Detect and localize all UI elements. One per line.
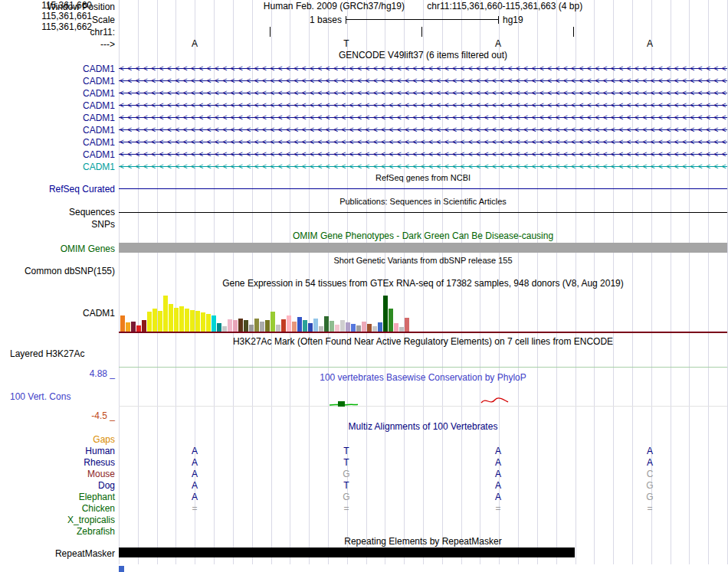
phylop-track-label[interactable]: 100 Vert. Cons [10, 391, 71, 402]
gtex-expression-bar[interactable] [330, 321, 334, 332]
gtex-expression-bar[interactable] [260, 322, 264, 332]
species-label[interactable]: Gaps [0, 434, 115, 445]
species-label[interactable]: Elephant [0, 492, 115, 502]
gene-label[interactable]: CADM1 [0, 162, 115, 172]
gtex-expression-bar[interactable] [238, 319, 243, 332]
gtex-expression-bar[interactable] [158, 311, 162, 332]
gtex-expression-bar[interactable] [399, 327, 404, 332]
gtex-expression-bar[interactable] [136, 325, 141, 332]
gtex-expression-bar[interactable] [142, 320, 146, 332]
gene-label[interactable]: CADM1 [0, 76, 115, 87]
refseq-track-line[interactable] [119, 188, 727, 189]
gtex-expression-bar[interactable] [303, 320, 307, 332]
species-label[interactable]: Dog [0, 480, 115, 491]
gtex-expression-bar[interactable] [254, 319, 259, 332]
gtex-expression-bar[interactable] [271, 312, 275, 332]
gtex-expression-bar[interactable] [287, 315, 291, 332]
gene-label[interactable]: CADM1 [0, 137, 115, 148]
gtex-expression-bar[interactable] [378, 322, 382, 332]
gtex-expression-bar[interactable] [169, 304, 173, 332]
gtex-expression-bar[interactable] [319, 326, 323, 332]
gtex-expression-bar[interactable] [313, 319, 318, 332]
gtex-expression-bar[interactable] [120, 315, 125, 332]
species-label[interactable]: Chicken [0, 503, 115, 514]
gene-row[interactable]: <<<<<<<<<<<<<<<<<<<<<<<<<<<<<<<<<<<<<<<<… [119, 113, 727, 122]
phylop-signal-marks [299, 393, 529, 413]
gtex-expression-bar[interactable] [335, 325, 339, 332]
gtex-expression-bar[interactable] [265, 320, 270, 332]
gtex-expression-bar[interactable] [222, 326, 227, 332]
publications-track-line[interactable] [119, 212, 727, 213]
gtex-expression-bar[interactable] [276, 325, 280, 332]
gtex-expression-bar[interactable] [244, 320, 248, 332]
gtex-expression-bar[interactable] [281, 319, 286, 332]
gene-label[interactable]: CADM1 [0, 100, 115, 111]
gtex-expression-bar[interactable] [233, 320, 238, 332]
gtex-expression-bar[interactable] [195, 311, 200, 332]
gtex-expression-bar[interactable] [126, 322, 130, 332]
gene-row[interactable]: <<<<<<<<<<<<<<<<<<<<<<<<<<<<<<<<<<<<<<<<… [119, 138, 727, 146]
gtex-expression-bar[interactable] [383, 296, 388, 332]
gtex-expression-bar[interactable] [324, 316, 329, 332]
omim-gene-bar[interactable] [119, 243, 727, 253]
gtex-expression-bar[interactable] [201, 312, 205, 332]
gtex-expression-bar[interactable] [351, 324, 356, 332]
gtex-gene-label[interactable]: CADM1 [0, 308, 115, 319]
phylop-min-label: -4.5 _ [0, 410, 115, 421]
gene-strand-arrows: <<<<<<<<<<<<<<<<<<<<<<<<<<<<<<<<<<<<<<<<… [120, 126, 727, 134]
gtex-expression-bar[interactable] [308, 323, 313, 332]
gtex-expression-bar[interactable] [367, 324, 372, 332]
gene-label[interactable]: CADM1 [0, 149, 115, 160]
coordinate-tick [421, 27, 422, 37]
assembly-title: Human Feb. 2009 (GRCh37/hg19) [264, 1, 405, 11]
gtex-expression-bar[interactable] [185, 309, 189, 332]
gtex-expression-bar[interactable] [292, 322, 297, 332]
gtex-expression-bar[interactable] [346, 322, 350, 332]
gene-label[interactable]: CADM1 [0, 125, 115, 136]
gtex-expression-bar[interactable] [362, 322, 366, 332]
gtex-expression-bar[interactable] [217, 323, 221, 332]
gtex-expression-bar[interactable] [206, 314, 211, 332]
gtex-expression-bar[interactable] [163, 296, 168, 332]
gtex-expression-bar[interactable] [152, 309, 157, 332]
gtex-expression-bar[interactable] [394, 323, 398, 332]
omim-genes-label[interactable]: OMIM Genes [0, 244, 115, 254]
gtex-expression-bar[interactable] [389, 309, 393, 332]
gtex-expression-bar[interactable] [249, 325, 254, 332]
repeatmasker-bar[interactable] [119, 547, 575, 557]
gene-label[interactable]: CADM1 [0, 64, 115, 74]
gtex-expression-bar[interactable] [131, 322, 136, 332]
gtex-expression-bar[interactable] [179, 306, 184, 332]
gtex-expression-bar[interactable] [340, 320, 345, 332]
gtex-expression-bar[interactable] [212, 315, 216, 332]
gene-row[interactable]: <<<<<<<<<<<<<<<<<<<<<<<<<<<<<<<<<<<<<<<<… [119, 89, 727, 97]
gtex-expression-bar[interactable] [372, 326, 377, 332]
alignment-base: A [179, 492, 210, 502]
species-label[interactable]: Zebrafish [0, 526, 115, 537]
gene-row[interactable]: <<<<<<<<<<<<<<<<<<<<<<<<<<<<<<<<<<<<<<<<… [119, 77, 727, 85]
gtex-expression-bar[interactable] [356, 325, 361, 332]
gtex-expression-bar[interactable] [147, 312, 152, 332]
gene-row[interactable]: <<<<<<<<<<<<<<<<<<<<<<<<<<<<<<<<<<<<<<<<… [119, 126, 727, 134]
sequences-label[interactable]: Sequences [0, 207, 115, 217]
gtex-expression-bar[interactable] [405, 318, 409, 332]
gene-label[interactable]: CADM1 [0, 88, 115, 99]
species-label[interactable]: Human [0, 446, 115, 456]
species-label[interactable]: Mouse [0, 469, 115, 479]
species-label[interactable]: Rhesus [0, 457, 115, 468]
h3k27ac-label[interactable]: Layered H3K27Ac [10, 348, 84, 359]
gene-row[interactable]: <<<<<<<<<<<<<<<<<<<<<<<<<<<<<<<<<<<<<<<<… [119, 150, 727, 159]
gtex-expression-bar[interactable] [190, 310, 195, 332]
snps-label[interactable]: SNPs [0, 219, 115, 230]
species-label[interactable]: X_tropicalis [0, 515, 115, 525]
gtex-expression-bar[interactable] [228, 319, 232, 332]
gene-row[interactable]: <<<<<<<<<<<<<<<<<<<<<<<<<<<<<<<<<<<<<<<<… [119, 101, 727, 109]
gtex-expression-bar[interactable] [174, 308, 179, 332]
repeatmasker-label[interactable]: RepeatMasker [0, 548, 115, 559]
gene-label[interactable]: CADM1 [0, 113, 115, 123]
gtex-expression-bar[interactable] [297, 317, 302, 332]
gene-row[interactable]: <<<<<<<<<<<<<<<<<<<<<<<<<<<<<<<<<<<<<<<<… [119, 162, 727, 171]
common-dbsnp-label[interactable]: Common dbSNP(155) [0, 266, 115, 276]
refseq-curated-label[interactable]: RefSeq Curated [0, 184, 115, 194]
gene-row[interactable]: <<<<<<<<<<<<<<<<<<<<<<<<<<<<<<<<<<<<<<<<… [119, 64, 727, 73]
